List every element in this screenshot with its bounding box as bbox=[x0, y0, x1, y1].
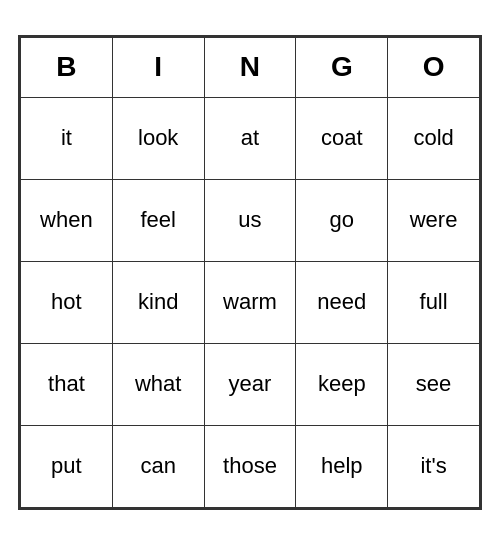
table-row: thatwhatyearkeepsee bbox=[21, 343, 480, 425]
cell-r0-c0: it bbox=[21, 97, 113, 179]
cell-r0-c4: cold bbox=[388, 97, 480, 179]
cell-r4-c3: help bbox=[296, 425, 388, 507]
table-row: putcanthosehelpit's bbox=[21, 425, 480, 507]
cell-r2-c4: full bbox=[388, 261, 480, 343]
table-row: hotkindwarmneedfull bbox=[21, 261, 480, 343]
cell-r1-c2: us bbox=[204, 179, 296, 261]
cell-r0-c3: coat bbox=[296, 97, 388, 179]
cell-r2-c1: kind bbox=[112, 261, 204, 343]
cell-r2-c3: need bbox=[296, 261, 388, 343]
cell-r2-c0: hot bbox=[21, 261, 113, 343]
header-cell-n: N bbox=[204, 37, 296, 97]
cell-r1-c0: when bbox=[21, 179, 113, 261]
cell-r4-c4: it's bbox=[388, 425, 480, 507]
cell-r3-c2: year bbox=[204, 343, 296, 425]
cell-r3-c4: see bbox=[388, 343, 480, 425]
header-cell-g: G bbox=[296, 37, 388, 97]
header-cell-b: B bbox=[21, 37, 113, 97]
cell-r1-c3: go bbox=[296, 179, 388, 261]
cell-r4-c2: those bbox=[204, 425, 296, 507]
cell-r2-c2: warm bbox=[204, 261, 296, 343]
table-row: whenfeelusgowere bbox=[21, 179, 480, 261]
cell-r3-c3: keep bbox=[296, 343, 388, 425]
cell-r1-c1: feel bbox=[112, 179, 204, 261]
cell-r0-c1: look bbox=[112, 97, 204, 179]
bingo-table: BINGO itlookatcoatcoldwhenfeelusgowereho… bbox=[20, 37, 480, 508]
header-cell-o: O bbox=[388, 37, 480, 97]
cell-r3-c0: that bbox=[21, 343, 113, 425]
cell-r4-c0: put bbox=[21, 425, 113, 507]
table-row: itlookatcoatcold bbox=[21, 97, 480, 179]
bingo-card: BINGO itlookatcoatcoldwhenfeelusgowereho… bbox=[18, 35, 482, 510]
cell-r3-c1: what bbox=[112, 343, 204, 425]
cell-r4-c1: can bbox=[112, 425, 204, 507]
header-cell-i: I bbox=[112, 37, 204, 97]
header-row: BINGO bbox=[21, 37, 480, 97]
cell-r1-c4: were bbox=[388, 179, 480, 261]
cell-r0-c2: at bbox=[204, 97, 296, 179]
